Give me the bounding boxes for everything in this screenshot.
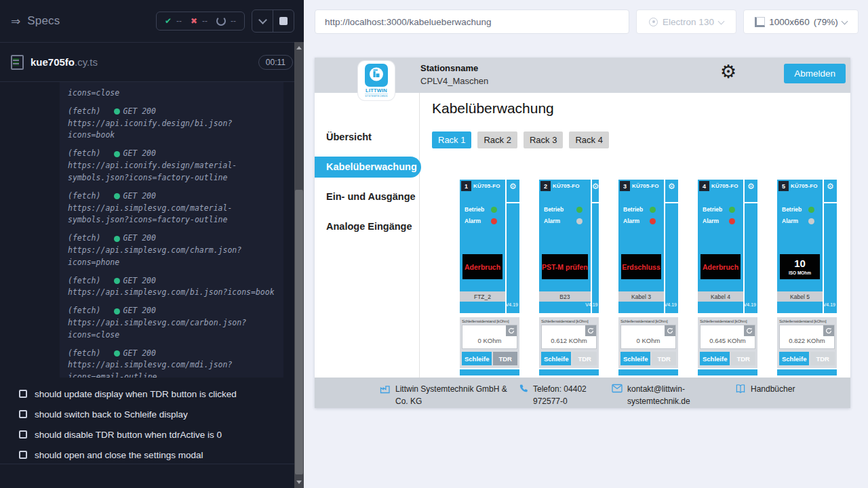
- app-under-test: LITTWIN SYSTEMTECHNIK Stationsname CPLV4…: [315, 58, 850, 408]
- iso-value: 10: [794, 258, 806, 268]
- card-settings-gear-icon[interactable]: ⚙: [824, 180, 837, 202]
- stop-button[interactable]: [273, 10, 294, 32]
- firmware-version: V4.19: [506, 302, 518, 307]
- runner-scrollbar[interactable]: [294, 42, 304, 488]
- refresh-button[interactable]: [744, 325, 755, 336]
- test-item[interactable]: should switch back to Schleife display: [0, 404, 294, 424]
- log-url: https://api.simplesvg.com/mdi.json?icons…: [68, 359, 275, 378]
- test-item[interactable]: should update display when TDR button is…: [0, 384, 294, 404]
- pending-count: --: [231, 16, 236, 26]
- betrieb-led: [808, 207, 814, 213]
- run-options-button[interactable]: [252, 10, 273, 32]
- app-header: LITTWIN SYSTEMTECHNIK Stationsname CPLV4…: [315, 58, 850, 93]
- cable-label: Kabel 4: [698, 291, 743, 302]
- test-state-icon: [19, 410, 27, 418]
- schleife-button[interactable]: Schleife: [700, 352, 730, 365]
- resistance-label: Schleifenwiderstand [kOhm]: [779, 319, 835, 323]
- log-method-status: GET 200: [123, 106, 155, 118]
- sidebar-item-uebersicht[interactable]: Übersicht: [315, 127, 419, 148]
- schleife-button[interactable]: Schleife: [462, 352, 492, 365]
- resistance-value: 0.822 KOhm: [780, 337, 834, 344]
- divider: [0, 464, 294, 464]
- schleife-button[interactable]: Schleife: [620, 352, 650, 365]
- refresh-button[interactable]: [506, 325, 517, 336]
- test-item[interactable]: should disable TDR button when tdrActive…: [0, 424, 294, 445]
- tdr-button[interactable]: TDR: [731, 352, 755, 365]
- slot-number-badge: 1: [461, 181, 471, 191]
- tdr-button[interactable]: TDR: [652, 352, 676, 365]
- refresh-button[interactable]: [665, 325, 675, 336]
- logout-button[interactable]: Abmelden: [784, 64, 846, 83]
- resistance-value: 0.645 KOhm: [701, 337, 755, 344]
- refresh-button[interactable]: [823, 325, 834, 336]
- scroll-up-icon[interactable]: [296, 46, 302, 49]
- device-card-top: 4 KÜ705-FO Betrieb Alarm Aderbruch Aderb: [698, 180, 757, 313]
- browser-select[interactable]: Electron 130: [636, 9, 736, 34]
- schleife-button[interactable]: Schleife: [779, 352, 809, 365]
- betrieb-label: Betrieb: [623, 206, 643, 213]
- tab-rack-2[interactable]: Rack 2: [477, 131, 517, 148]
- schleife-button[interactable]: Schleife: [541, 352, 571, 365]
- tab-rack-3[interactable]: Rack 3: [524, 131, 563, 148]
- card-settings-gear-icon[interactable]: ⚙: [592, 180, 599, 202]
- slot-number-badge: 2: [540, 181, 551, 191]
- network-log-entry: (fetch) GET 200 https://api.simplesvg.co…: [68, 275, 275, 300]
- test-item[interactable]: should open and close the settings modal: [0, 445, 294, 465]
- spec-file-row[interactable]: kue705fo .cy.ts 00:11: [0, 43, 304, 82]
- log-url: https://api.simplesvg.com/charm.json?ico…: [68, 245, 275, 269]
- tab-rack-4[interactable]: Rack 4: [569, 131, 608, 148]
- device-card: 1 KÜ705-FO Betrieb Alarm Aderbruch Aderb: [460, 180, 519, 375]
- tdr-button[interactable]: TDR: [572, 352, 597, 365]
- footer-manuals[interactable]: Handbücher: [735, 383, 795, 395]
- url-text: http://localhost:3000/kabelueberwachung: [325, 17, 491, 27]
- device-cards: 1 KÜ705-FO Betrieb Alarm Aderbruch Aderb: [460, 180, 837, 375]
- viewport-size: 1000x660: [769, 17, 809, 27]
- test-state-icon: [19, 451, 27, 459]
- settings-gear-icon[interactable]: ⚙: [720, 63, 736, 81]
- betrieb-led: [729, 207, 735, 213]
- scrollbar-thumb[interactable]: [295, 190, 303, 474]
- specs-panel-toggle-icon[interactable]: ⇒: [11, 14, 20, 28]
- network-log-entry: icons=close: [68, 87, 275, 100]
- scroll-down-icon[interactable]: [296, 481, 302, 484]
- specs-title: Specs: [27, 14, 60, 28]
- firmware-version: V4.19: [665, 302, 677, 307]
- littwin-logo: LITTWIN SYSTEMTECHNIK: [358, 61, 395, 100]
- url-bar[interactable]: http://localhost:3000/kabelueberwachung: [315, 9, 629, 34]
- tab-rack-1[interactable]: Rack 1: [432, 131, 471, 148]
- betrieb-label: Betrieb: [703, 206, 722, 213]
- logo-icon: [365, 64, 388, 87]
- card-bottom-strip: [698, 369, 757, 375]
- resistance-value: 0 KOhm: [462, 337, 517, 344]
- resistance-value-box: 0 KOhm: [620, 325, 676, 349]
- status-dot-icon: [114, 308, 120, 314]
- sidebar-item-analoge-eingaenge[interactable]: Analoge Eingänge: [315, 216, 419, 237]
- network-log[interactable]: icons=close (fetch) GET 200 https://api.…: [60, 82, 283, 378]
- refresh-button[interactable]: [585, 325, 596, 336]
- status-dot-icon: [114, 278, 120, 284]
- tdr-button[interactable]: TDR: [493, 352, 517, 365]
- alarm-label: Alarm: [623, 218, 639, 224]
- tdr-button[interactable]: TDR: [810, 352, 835, 365]
- chevron-down-icon: [717, 18, 724, 24]
- viewport-size-control[interactable]: 1000x660 (79%): [743, 9, 859, 34]
- status-display-text: Aderbruch: [703, 263, 738, 271]
- sidebar-item-ein-und-ausgaenge[interactable]: Ein- und Ausgänge: [315, 186, 419, 207]
- test-list: should update display when TDR button is…: [0, 384, 294, 465]
- failed-icon: ✖: [191, 16, 197, 26]
- alarm-label: Alarm: [465, 218, 481, 224]
- footer-manuals-text: Handbücher: [751, 383, 795, 395]
- slot-number-badge: 5: [778, 181, 789, 191]
- sidebar-item-kabelueberwachung[interactable]: Kabelüberwachung: [315, 157, 421, 178]
- chevron-down-icon: [841, 18, 848, 24]
- card-settings-gear-icon[interactable]: ⚙: [507, 180, 519, 202]
- refresh-icon: [587, 327, 594, 334]
- firmware-version: V4.19: [823, 302, 835, 307]
- log-prefix: (fetch): [68, 232, 100, 245]
- station-label: Stationsname: [420, 62, 488, 75]
- card-settings-gear-icon[interactable]: ⚙: [745, 180, 757, 202]
- stop-icon: [279, 17, 288, 25]
- card-settings-gear-icon[interactable]: ⚙: [665, 180, 678, 202]
- device-card-top: 3 KÜ705-FO Betrieb Alarm Erdschluss Erds: [618, 180, 678, 313]
- test-title: should update display when TDR button is…: [35, 389, 237, 399]
